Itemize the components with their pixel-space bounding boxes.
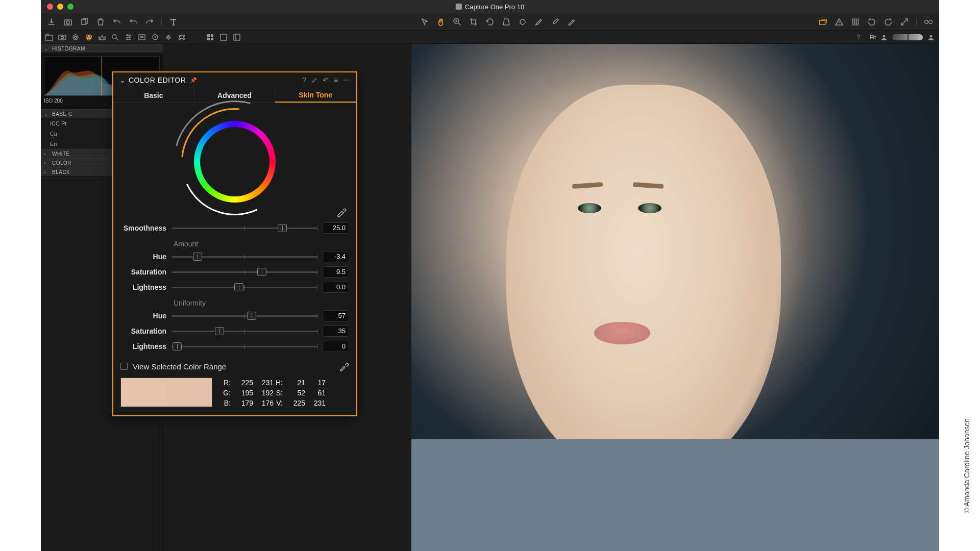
pin-icon[interactable]: 📌: [190, 77, 197, 84]
spot-tool-icon[interactable]: [518, 17, 527, 27]
undo-alt-icon[interactable]: [129, 17, 138, 27]
svg-point-20: [179, 35, 181, 36]
trash-icon[interactable]: [96, 17, 105, 27]
exposure-tab-icon[interactable]: [98, 33, 106, 41]
svg-rect-5: [820, 20, 825, 24]
amount-sat-value[interactable]: 9.5: [323, 266, 349, 278]
grid-icon[interactable]: [851, 17, 860, 27]
output-tab-icon[interactable]: [151, 33, 159, 41]
uni-sat-slider[interactable]: [172, 331, 317, 332]
uniformity-section-label: Uniformity: [113, 295, 356, 308]
expand-panel-icon[interactable]: ⤢: [311, 76, 317, 84]
cursor-tool-icon[interactable]: [420, 17, 429, 27]
zoom-tool-icon[interactable]: [453, 17, 462, 27]
color-editor-panel: ⌄ COLOR EDITOR 📌 ? ⤢ ↶ ≡ ⋯ Basic Advance…: [112, 71, 357, 416]
smoothness-slider[interactable]: [172, 228, 317, 229]
tab-basic[interactable]: Basic: [113, 88, 194, 103]
view-grid-icon[interactable]: [206, 33, 214, 41]
settings-tab-icon[interactable]: [164, 33, 173, 41]
uni-hue-label: Hue: [120, 312, 166, 320]
maximize-window-button[interactable]: [67, 4, 74, 10]
preset-menu-icon[interactable]: ≡: [334, 76, 338, 84]
skin-tone-picker-icon[interactable]: [336, 206, 347, 217]
view-single-icon[interactable]: [219, 33, 228, 41]
amount-light-value[interactable]: 0.0: [323, 282, 349, 293]
amount-hue-slider[interactable]: [172, 256, 317, 258]
redo-icon[interactable]: [145, 17, 154, 27]
main-toolbar: [41, 13, 939, 31]
rotate-left-icon[interactable]: [867, 17, 876, 27]
amount-sat-label: Saturation: [120, 268, 166, 276]
svg-point-21: [183, 35, 185, 36]
amount-sat-slider[interactable]: [172, 271, 317, 273]
expand-icon[interactable]: [900, 17, 909, 27]
tool-tab-bar: ? Fit: [41, 31, 939, 44]
close-window-button[interactable]: [47, 4, 53, 10]
exposure-slider[interactable]: [892, 34, 923, 40]
uni-hue-value[interactable]: 57: [323, 310, 349, 321]
eyedropper-tool-icon[interactable]: [551, 17, 560, 27]
metadata-tab-icon[interactable]: [138, 33, 146, 41]
uni-light-slider[interactable]: [172, 346, 317, 347]
details-tab-icon[interactable]: [111, 33, 119, 41]
uni-sat-value[interactable]: 35: [323, 325, 349, 337]
svg-rect-25: [211, 34, 213, 37]
copy-icon[interactable]: [80, 17, 89, 27]
uni-hue-slider[interactable]: [172, 315, 317, 317]
svg-point-23: [183, 38, 185, 39]
amount-section-label: Amount: [113, 236, 356, 249]
batch-tab-icon[interactable]: [178, 33, 186, 41]
smoothness-value[interactable]: 25.0: [323, 222, 349, 234]
svg-rect-17: [139, 35, 145, 40]
crop-tool-icon[interactable]: [469, 17, 478, 27]
text-tool-icon[interactable]: [169, 17, 178, 27]
adjustment-tool-icon[interactable]: [567, 17, 576, 27]
uni-sat-label: Saturation: [120, 327, 166, 335]
warning-icon[interactable]: [835, 17, 844, 27]
glasses-icon[interactable]: [924, 17, 933, 27]
histogram-panel-header[interactable]: ⌄HISTOGRAM: [41, 44, 163, 53]
range-pipette-icon[interactable]: [339, 361, 349, 371]
svg-point-1: [66, 21, 69, 24]
swatch-2: [166, 378, 212, 407]
rotate-tool-icon[interactable]: [485, 17, 495, 27]
tab-skin-tone[interactable]: Skin Tone: [275, 88, 356, 103]
minimize-window-button[interactable]: [57, 4, 63, 10]
rotate-right-icon[interactable]: [884, 17, 893, 27]
amount-hue-value[interactable]: -3.4: [323, 251, 349, 262]
color-tab-icon[interactable]: [85, 33, 93, 41]
hand-tool-icon[interactable]: [436, 17, 446, 27]
amount-light-slider[interactable]: [172, 287, 317, 288]
lens-tab-icon[interactable]: [71, 33, 80, 41]
uni-light-value[interactable]: 0: [323, 341, 349, 352]
keystone-tool-icon[interactable]: [502, 17, 511, 27]
svg-rect-29: [234, 34, 240, 40]
user-icon-2[interactable]: [927, 33, 935, 41]
adjustments-tab-icon[interactable]: [125, 33, 133, 41]
svg-point-19: [167, 36, 169, 38]
color-readout: R:225231 H:2117 G:195192 S:5261 B:179176…: [212, 378, 349, 408]
svg-point-11: [73, 35, 78, 40]
capture-tab-icon[interactable]: [58, 33, 66, 41]
svg-rect-9: [59, 35, 66, 40]
color-editor-title: COLOR EDITOR: [129, 76, 186, 84]
library-tab-icon[interactable]: [45, 33, 53, 41]
import-icon[interactable]: [47, 17, 56, 27]
svg-rect-8: [45, 35, 53, 40]
brush-tool-icon[interactable]: [534, 17, 544, 27]
view-range-checkbox[interactable]: [120, 363, 128, 370]
more-icon[interactable]: ⋯: [343, 76, 350, 84]
user-icon[interactable]: [880, 33, 888, 41]
image-credit: © Amanda Caroline Johansen: [963, 418, 971, 513]
help-icon[interactable]: ?: [302, 76, 306, 84]
svg-rect-28: [220, 34, 227, 40]
color-wheel[interactable]: [113, 103, 356, 220]
uni-light-label: Lightness: [120, 342, 166, 350]
layers-icon[interactable]: [818, 17, 827, 27]
view-split-icon[interactable]: [233, 33, 241, 41]
amount-hue-label: Hue: [120, 253, 166, 261]
undo-icon[interactable]: [112, 17, 121, 27]
camera-icon[interactable]: [63, 17, 72, 27]
zoom-fit-label[interactable]: Fit: [870, 34, 876, 40]
reset-icon[interactable]: ↶: [323, 76, 329, 84]
